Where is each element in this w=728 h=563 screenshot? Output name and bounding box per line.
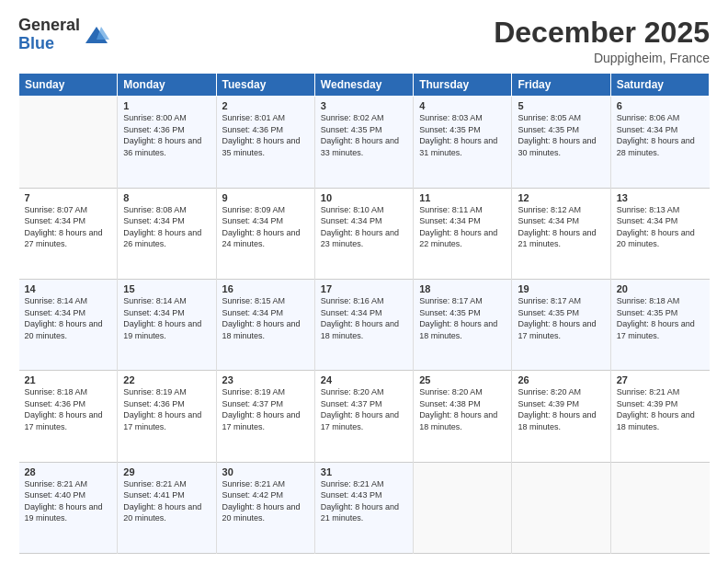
title-block: December 2025 Duppigheim, France (494, 17, 710, 65)
day-number: 11 (419, 192, 506, 203)
cell-content: Sunrise: 8:19 AMSunset: 4:37 PMDaylight:… (222, 386, 309, 432)
day-cell (610, 462, 709, 553)
day-cell: 21Sunrise: 8:18 AMSunset: 4:36 PMDayligh… (19, 371, 118, 462)
day-number: 12 (518, 192, 604, 203)
logo-general-text: General (18, 17, 80, 35)
day-number: 21 (25, 374, 112, 385)
day-cell: 8Sunrise: 8:08 AMSunset: 4:34 PMDaylight… (118, 188, 216, 279)
day-number: 16 (222, 283, 309, 294)
week-row-1: 1Sunrise: 8:00 AMSunset: 4:36 PMDaylight… (19, 97, 710, 188)
day-cell: 15Sunrise: 8:14 AMSunset: 4:34 PMDayligh… (118, 279, 216, 370)
day-cell: 20Sunrise: 8:18 AMSunset: 4:35 PMDayligh… (610, 279, 709, 370)
day-number: 3 (321, 100, 407, 111)
page: General Blue December 2025 Duppigheim, F… (0, 0, 728, 563)
day-number: 20 (617, 283, 704, 294)
day-cell: 22Sunrise: 8:19 AMSunset: 4:36 PMDayligh… (118, 371, 216, 462)
header-row: Sunday Monday Tuesday Wednesday Thursday… (19, 74, 710, 97)
cell-content: Sunrise: 8:21 AMSunset: 4:42 PMDaylight:… (222, 478, 309, 524)
calendar-body: 1Sunrise: 8:00 AMSunset: 4:36 PMDaylight… (19, 97, 710, 554)
day-number: 1 (123, 100, 210, 111)
day-number: 22 (123, 374, 210, 385)
day-number: 24 (321, 374, 407, 385)
day-cell: 3Sunrise: 8:02 AMSunset: 4:35 PMDaylight… (314, 97, 413, 188)
day-cell: 30Sunrise: 8:21 AMSunset: 4:42 PMDayligh… (216, 462, 314, 553)
day-cell: 7Sunrise: 8:07 AMSunset: 4:34 PMDaylight… (19, 188, 118, 279)
day-number: 27 (617, 374, 704, 385)
cell-content: Sunrise: 8:05 AMSunset: 4:35 PMDaylight:… (518, 112, 604, 158)
logo: General Blue (18, 17, 109, 53)
day-number: 31 (321, 466, 407, 477)
day-number: 13 (617, 192, 704, 203)
day-number: 7 (25, 192, 112, 203)
day-cell: 1Sunrise: 8:00 AMSunset: 4:36 PMDaylight… (118, 97, 216, 188)
cell-content: Sunrise: 8:09 AMSunset: 4:34 PMDaylight:… (222, 204, 309, 250)
day-number: 14 (25, 283, 112, 294)
cell-content: Sunrise: 8:17 AMSunset: 4:35 PMDaylight:… (419, 295, 506, 341)
day-number: 9 (222, 192, 309, 203)
cell-content: Sunrise: 8:20 AMSunset: 4:39 PMDaylight:… (518, 386, 604, 432)
cell-content: Sunrise: 8:14 AMSunset: 4:34 PMDaylight:… (123, 295, 210, 341)
day-number: 15 (123, 283, 210, 294)
day-cell: 29Sunrise: 8:21 AMSunset: 4:41 PMDayligh… (118, 462, 216, 553)
day-number: 8 (123, 192, 210, 203)
cell-content: Sunrise: 8:21 AMSunset: 4:41 PMDaylight:… (123, 478, 210, 524)
day-cell (512, 462, 610, 553)
cell-content: Sunrise: 8:21 AMSunset: 4:40 PMDaylight:… (25, 478, 112, 524)
cell-content: Sunrise: 8:20 AMSunset: 4:37 PMDaylight:… (321, 386, 407, 432)
day-cell: 9Sunrise: 8:09 AMSunset: 4:34 PMDaylight… (216, 188, 314, 279)
day-cell: 19Sunrise: 8:17 AMSunset: 4:35 PMDayligh… (512, 279, 610, 370)
day-cell: 26Sunrise: 8:20 AMSunset: 4:39 PMDayligh… (512, 371, 610, 462)
col-sunday: Sunday (19, 74, 118, 97)
cell-content: Sunrise: 8:17 AMSunset: 4:35 PMDaylight:… (518, 295, 604, 341)
cell-content: Sunrise: 8:18 AMSunset: 4:35 PMDaylight:… (617, 295, 704, 341)
day-cell (19, 97, 118, 188)
cell-content: Sunrise: 8:16 AMSunset: 4:34 PMDaylight:… (321, 295, 407, 341)
day-cell: 2Sunrise: 8:01 AMSunset: 4:36 PMDaylight… (216, 97, 314, 188)
logo-blue-text: Blue (18, 35, 80, 53)
calendar-table: Sunday Monday Tuesday Wednesday Thursday… (18, 73, 710, 554)
cell-content: Sunrise: 8:19 AMSunset: 4:36 PMDaylight:… (123, 386, 210, 432)
day-number: 10 (321, 192, 407, 203)
day-cell: 14Sunrise: 8:14 AMSunset: 4:34 PMDayligh… (19, 279, 118, 370)
col-monday: Monday (118, 74, 216, 97)
day-cell: 10Sunrise: 8:10 AMSunset: 4:34 PMDayligh… (314, 188, 413, 279)
calendar-header: Sunday Monday Tuesday Wednesday Thursday… (19, 74, 710, 97)
week-row-3: 14Sunrise: 8:14 AMSunset: 4:34 PMDayligh… (19, 279, 710, 370)
week-row-2: 7Sunrise: 8:07 AMSunset: 4:34 PMDaylight… (19, 188, 710, 279)
day-cell: 28Sunrise: 8:21 AMSunset: 4:40 PMDayligh… (19, 462, 118, 553)
day-number: 26 (518, 374, 604, 385)
day-cell: 13Sunrise: 8:13 AMSunset: 4:34 PMDayligh… (610, 188, 709, 279)
cell-content: Sunrise: 8:13 AMSunset: 4:34 PMDaylight:… (617, 204, 704, 250)
cell-content: Sunrise: 8:00 AMSunset: 4:36 PMDaylight:… (123, 112, 210, 158)
day-cell: 18Sunrise: 8:17 AMSunset: 4:35 PMDayligh… (414, 279, 512, 370)
cell-content: Sunrise: 8:02 AMSunset: 4:35 PMDaylight:… (321, 112, 407, 158)
day-cell: 25Sunrise: 8:20 AMSunset: 4:38 PMDayligh… (414, 371, 512, 462)
header: General Blue December 2025 Duppigheim, F… (18, 17, 710, 65)
day-number: 6 (617, 100, 704, 111)
day-cell: 16Sunrise: 8:15 AMSunset: 4:34 PMDayligh… (216, 279, 314, 370)
cell-content: Sunrise: 8:18 AMSunset: 4:36 PMDaylight:… (25, 386, 112, 432)
day-number: 19 (518, 283, 604, 294)
day-cell: 17Sunrise: 8:16 AMSunset: 4:34 PMDayligh… (314, 279, 413, 370)
col-friday: Friday (512, 74, 610, 97)
day-number: 18 (419, 283, 506, 294)
col-wednesday: Wednesday (314, 74, 413, 97)
cell-content: Sunrise: 8:20 AMSunset: 4:38 PMDaylight:… (419, 386, 506, 432)
logo-icon (84, 23, 109, 49)
week-row-4: 21Sunrise: 8:18 AMSunset: 4:36 PMDayligh… (19, 371, 710, 462)
day-number: 2 (222, 100, 309, 111)
day-number: 28 (25, 466, 112, 477)
cell-content: Sunrise: 8:01 AMSunset: 4:36 PMDaylight:… (222, 112, 309, 158)
cell-content: Sunrise: 8:07 AMSunset: 4:34 PMDaylight:… (25, 204, 112, 250)
day-cell: 11Sunrise: 8:11 AMSunset: 4:34 PMDayligh… (414, 188, 512, 279)
day-number: 5 (518, 100, 604, 111)
day-cell: 23Sunrise: 8:19 AMSunset: 4:37 PMDayligh… (216, 371, 314, 462)
day-number: 23 (222, 374, 309, 385)
col-thursday: Thursday (414, 74, 512, 97)
cell-content: Sunrise: 8:21 AMSunset: 4:43 PMDaylight:… (321, 478, 407, 524)
day-cell (414, 462, 512, 553)
cell-content: Sunrise: 8:12 AMSunset: 4:34 PMDaylight:… (518, 204, 604, 250)
cell-content: Sunrise: 8:21 AMSunset: 4:39 PMDaylight:… (617, 386, 704, 432)
week-row-5: 28Sunrise: 8:21 AMSunset: 4:40 PMDayligh… (19, 462, 710, 553)
day-number: 25 (419, 374, 506, 385)
